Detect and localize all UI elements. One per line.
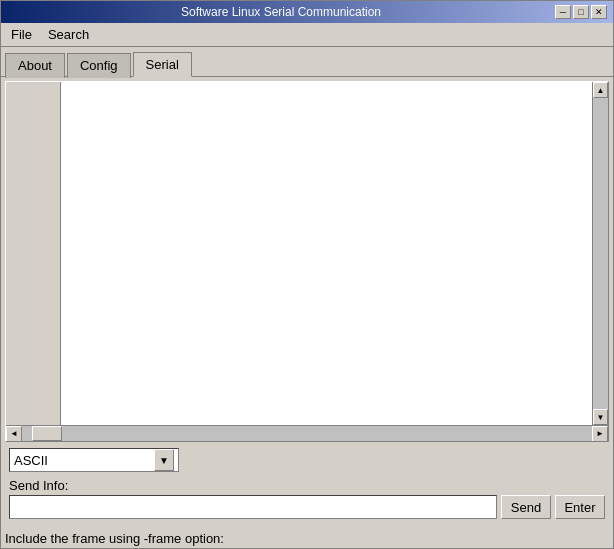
scroll-down-button[interactable]: ▼ bbox=[593, 409, 608, 425]
scroll-h-thumb[interactable] bbox=[32, 426, 62, 441]
scroll-right-button[interactable]: ► bbox=[592, 426, 608, 442]
left-sidebar bbox=[6, 82, 61, 425]
main-window: Software Linux Serial Communication ─ □ … bbox=[0, 0, 614, 549]
minimize-button[interactable]: ─ bbox=[555, 5, 571, 19]
close-button[interactable]: ✕ bbox=[591, 5, 607, 19]
serial-output[interactable] bbox=[61, 82, 592, 425]
send-button[interactable]: Send bbox=[501, 495, 551, 519]
footer: Include the frame using -frame option: bbox=[1, 531, 613, 548]
send-info-row: Send Info: Send Enter bbox=[9, 478, 605, 519]
restore-button[interactable]: □ bbox=[573, 5, 589, 19]
send-row: Send Enter bbox=[9, 495, 605, 519]
horizontal-scrollbar: ◄ ► bbox=[6, 425, 608, 441]
content-area: ▲ ▼ ◄ ► ASCII ▼ bbox=[1, 76, 613, 531]
ascii-row: ASCII ▼ bbox=[9, 448, 605, 472]
scroll-v-track[interactable] bbox=[593, 98, 608, 409]
tab-about[interactable]: About bbox=[5, 53, 65, 78]
enter-button[interactable]: Enter bbox=[555, 495, 605, 519]
scroll-up-button[interactable]: ▲ bbox=[593, 82, 608, 98]
tab-serial[interactable]: Serial bbox=[133, 52, 192, 77]
window-title: Software Linux Serial Communication bbox=[7, 5, 555, 19]
ascii-dropdown-value: ASCII bbox=[14, 453, 154, 468]
tab-config[interactable]: Config bbox=[67, 53, 131, 78]
scroll-left-button[interactable]: ◄ bbox=[6, 426, 22, 442]
ascii-dropdown[interactable]: ASCII ▼ bbox=[9, 448, 179, 472]
menu-bar: File Search bbox=[1, 23, 613, 47]
scroll-h-track[interactable] bbox=[22, 426, 592, 441]
text-display-area bbox=[61, 82, 592, 425]
menu-search[interactable]: Search bbox=[42, 25, 95, 44]
menu-file[interactable]: File bbox=[5, 25, 38, 44]
title-bar-buttons: ─ □ ✕ bbox=[555, 5, 607, 19]
send-input[interactable] bbox=[9, 495, 497, 519]
send-info-label: Send Info: bbox=[9, 478, 605, 493]
footer-text: Include the frame using -frame option: bbox=[5, 531, 224, 546]
vertical-scrollbar: ▲ ▼ bbox=[592, 82, 608, 425]
title-bar: Software Linux Serial Communication ─ □ … bbox=[1, 1, 613, 23]
bottom-controls: ASCII ▼ Send Info: Send Enter bbox=[5, 442, 609, 527]
tab-bar: About Config Serial bbox=[1, 47, 613, 76]
ascii-dropdown-button[interactable]: ▼ bbox=[154, 449, 174, 471]
